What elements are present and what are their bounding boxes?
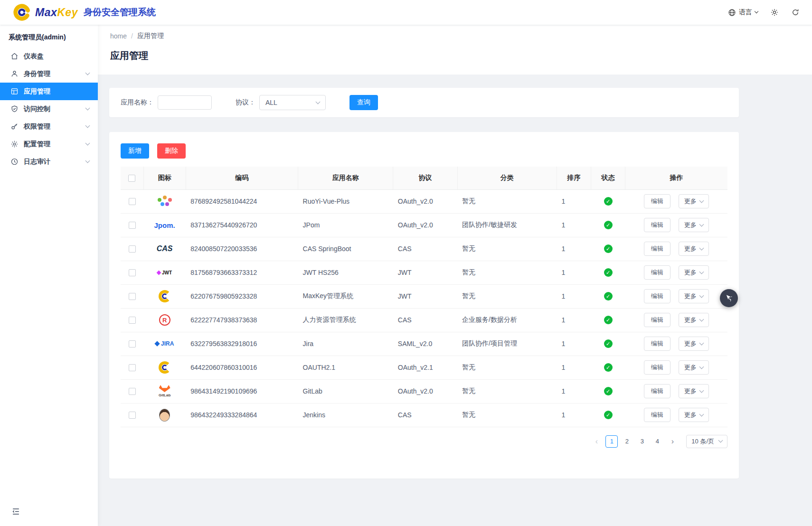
edit-button[interactable]: 编辑	[644, 360, 670, 375]
row-checkbox[interactable]	[129, 269, 136, 276]
page-button-2[interactable]: 2	[621, 435, 633, 448]
select-all-checkbox[interactable]	[128, 175, 135, 182]
page-button-3[interactable]: 3	[636, 435, 648, 448]
table-toolbar: 新增 删除	[121, 143, 727, 159]
filter-bar: 应用名称： 协议： ALL 查询	[109, 88, 739, 117]
sidebar-item-config[interactable]: 配置管理	[0, 135, 98, 153]
more-button[interactable]: 更多	[679, 408, 709, 422]
language-switcher[interactable]: 语言	[728, 8, 758, 17]
row-checkbox[interactable]	[129, 317, 136, 324]
row-checkbox[interactable]	[129, 293, 136, 300]
more-button[interactable]: 更多	[679, 360, 709, 375]
more-button[interactable]: 更多	[679, 384, 709, 398]
more-button-label: 更多	[684, 411, 697, 419]
app-protocol: SAML_v2.0	[393, 332, 457, 356]
protocol-select[interactable]: ALL	[259, 95, 326, 110]
protocol-select-value: ALL	[265, 99, 277, 106]
prev-page-button[interactable]: ‹	[590, 435, 603, 448]
chevron-down-icon	[699, 293, 704, 298]
chevron-down-icon	[699, 388, 704, 393]
row-checkbox[interactable]	[129, 364, 136, 371]
sidebar-item-dashboard[interactable]: 仪表盘	[0, 47, 98, 65]
maxkey-logo-icon	[12, 3, 31, 22]
status-enabled-icon: ✓	[604, 221, 613, 229]
app-category: 团队协作/敏捷研发	[457, 213, 557, 237]
more-button[interactable]: 更多	[679, 194, 709, 208]
chevron-down-icon	[699, 317, 704, 321]
sidebar-item-access-control[interactable]: 访问控制	[0, 100, 98, 118]
app-sort: 1	[557, 356, 591, 379]
chevron-down-icon	[85, 123, 90, 128]
breadcrumb-home[interactable]: home	[110, 32, 127, 40]
sidebar-item-identity[interactable]: 身份管理	[0, 65, 98, 83]
col-header-select	[121, 167, 143, 189]
edit-button[interactable]: 编辑	[644, 218, 670, 232]
edit-button[interactable]: 编辑	[644, 337, 670, 351]
next-page-button[interactable]: ›	[666, 435, 679, 448]
access-control-icon	[10, 105, 19, 113]
more-button[interactable]: 更多	[679, 313, 709, 327]
app-sort: 1	[557, 332, 591, 356]
edit-button[interactable]: 编辑	[644, 384, 670, 398]
app-sort: 1	[557, 284, 591, 308]
floating-tool-button[interactable]	[720, 289, 738, 307]
add-button[interactable]: 新增	[121, 143, 149, 159]
table-row: CAS 824008507220033536 CAS SpringBoot CA…	[121, 237, 727, 261]
app-protocol: JWT	[393, 261, 457, 284]
row-checkbox[interactable]	[129, 340, 136, 348]
edit-button[interactable]: 编辑	[644, 289, 670, 303]
row-checkbox[interactable]	[129, 412, 136, 419]
app-header: MaxKey 身份安全管理系统 语言	[0, 0, 812, 25]
row-checkbox[interactable]	[129, 388, 136, 395]
row-checkbox[interactable]	[129, 198, 136, 205]
page-button-1[interactable]: 1	[605, 435, 618, 448]
edit-button[interactable]: 编辑	[644, 313, 670, 327]
settings-gear-icon[interactable]	[770, 8, 779, 17]
chevron-down-icon	[85, 106, 90, 111]
more-button[interactable]: 更多	[679, 337, 709, 351]
chevron-down-icon	[699, 269, 704, 274]
page-header: home / 应用管理 应用管理	[98, 25, 812, 75]
jpom-logo: Jpom.	[154, 216, 175, 234]
app-category: 暂无	[457, 379, 557, 403]
app-name-input[interactable]	[158, 95, 212, 110]
logout-icon[interactable]	[791, 8, 800, 17]
sidebar-item-permission[interactable]: 权限管理	[0, 118, 98, 135]
status-enabled-icon: ✓	[604, 316, 613, 324]
sidebar-item-apps[interactable]: 应用管理	[0, 83, 98, 100]
jenkins-logo	[154, 406, 175, 424]
app-category: 暂无	[457, 403, 557, 427]
sidebar-item-audit[interactable]: 日志审计	[0, 153, 98, 170]
status-enabled-icon: ✓	[604, 292, 613, 301]
more-button[interactable]: 更多	[679, 289, 709, 303]
app-sort: 1	[557, 403, 591, 427]
gitlab-logo: GitLab	[154, 382, 175, 400]
edit-button[interactable]: 编辑	[644, 265, 670, 280]
chevron-down-icon	[85, 141, 90, 146]
delete-button[interactable]: 删除	[157, 143, 186, 159]
search-button[interactable]: 查询	[349, 95, 378, 110]
product-title: 身份安全管理系统	[84, 6, 156, 19]
sidebar-collapse-icon[interactable]	[11, 507, 20, 517]
app-name: OAUTH2.1	[298, 356, 393, 379]
page-button-4[interactable]: 4	[651, 435, 663, 448]
app-code: 837136275440926720	[186, 213, 298, 237]
app-protocol: OAuth_v2.0	[393, 379, 457, 403]
table-row: JWT 817568793663373312 JWT HS256 JWT 暂无 …	[121, 261, 727, 284]
brand: MaxKey 身份安全管理系统	[12, 3, 156, 22]
edit-button[interactable]: 编辑	[644, 408, 670, 422]
permission-key-icon	[10, 122, 19, 131]
more-button[interactable]: 更多	[679, 242, 709, 256]
more-button[interactable]: 更多	[679, 265, 709, 280]
row-checkbox[interactable]	[129, 245, 136, 253]
col-header-icon: 图标	[143, 167, 186, 189]
row-checkbox[interactable]	[129, 222, 136, 229]
edit-button[interactable]: 编辑	[644, 194, 670, 208]
page-size-select[interactable]: 10 条/页	[686, 435, 727, 448]
breadcrumb-current: 应用管理	[137, 32, 164, 40]
edit-button[interactable]: 编辑	[644, 242, 670, 256]
sidebar-item-label: 应用管理	[24, 87, 50, 96]
table-row: 622076759805923328 MaxKey管理系统 JWT 暂无 1 ✓…	[121, 284, 727, 308]
more-button[interactable]: 更多	[679, 218, 709, 232]
status-enabled-icon: ✓	[604, 268, 613, 277]
